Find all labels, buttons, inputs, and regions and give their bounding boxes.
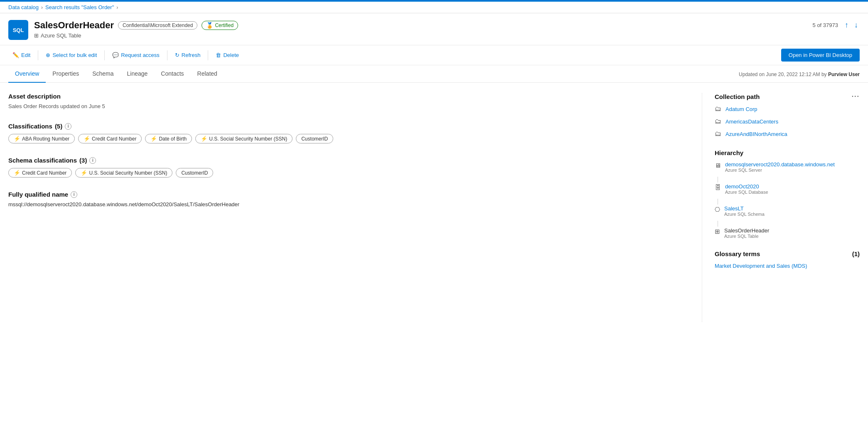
- table-icon: ⊞: [34, 32, 39, 39]
- tab-schema[interactable]: Schema: [86, 65, 120, 83]
- collection-item-1: 🗂 Adatum Corp: [715, 105, 860, 113]
- tag-dob: ⚡ Date of Birth: [145, 134, 192, 143]
- asset-description-title: Asset description: [8, 93, 685, 100]
- request-access-icon: 💬: [112, 52, 119, 58]
- collection-link-3[interactable]: AzureAndBINorthAmerica: [725, 131, 787, 137]
- database-icon: 🗄: [715, 184, 721, 191]
- toolbar-sep-1: [38, 50, 38, 60]
- tag-label: CustomerID: [301, 136, 328, 142]
- toolbar: ✏️ Edit ⊕ Select for bulk edit 💬 Request…: [0, 45, 868, 65]
- asset-subtitle: ⊞ Azure SQL Table: [34, 32, 238, 39]
- table-icon: ⊞: [715, 228, 720, 235]
- glossary-link-1[interactable]: Market Development and Sales (MDS): [715, 263, 807, 269]
- schema-classifications-info-icon[interactable]: i: [89, 157, 96, 164]
- bolt-icon: ⚡: [150, 136, 157, 142]
- request-access-button[interactable]: 💬 Request access: [108, 50, 164, 60]
- classifications-info-icon[interactable]: i: [65, 123, 71, 130]
- fully-qualified-title: Fully qualified name i: [8, 191, 685, 198]
- refresh-button[interactable]: ↻ Refresh: [171, 50, 205, 60]
- breadcrumb-sep-2: ›: [116, 5, 118, 10]
- fully-qualified-info-icon[interactable]: i: [71, 191, 77, 198]
- refresh-icon: ↻: [175, 52, 180, 58]
- content-left: Asset description Sales Order Records up…: [8, 93, 702, 322]
- classifications-section: Classifications (5) i ⚡ ABA Routing Numb…: [8, 123, 685, 143]
- tag-label: U.S. Social Security Number (SSN): [209, 136, 287, 142]
- schema-tag-credit-card: ⚡ Credit Card Number: [8, 168, 72, 178]
- schema-classifications-section: Schema classifications (3) i ⚡ Credit Ca…: [8, 157, 685, 178]
- hierarchy-schema-link[interactable]: SalesLT: [724, 205, 765, 212]
- collection-item-3: 🗂 AzureAndBINorthAmerica: [715, 130, 860, 138]
- collection-path-more-button[interactable]: ···: [852, 93, 860, 100]
- collection-link-2[interactable]: AmericasDataCenters: [725, 118, 778, 125]
- classifications-tags: ⚡ ABA Routing Number ⚡ Credit Card Numbe…: [8, 134, 685, 143]
- bolt-icon: ⚡: [84, 136, 90, 142]
- nav-position: 5 of 37973: [813, 22, 838, 28]
- collection-path-title: Collection path ···: [715, 93, 860, 100]
- tag-label: Date of Birth: [159, 136, 187, 142]
- fully-qualified-section: Fully qualified name i mssql://demosqlse…: [8, 191, 685, 207]
- nav-down-button[interactable]: ↓: [853, 20, 860, 30]
- hierarchy-item-table: ⊞ SalesOrderHeader Azure SQL Table: [715, 227, 860, 239]
- tabs: Overview Properties Schema Lineage Conta…: [8, 65, 224, 82]
- asset-header: SQL SalesOrderHeader Confidential\Micros…: [0, 13, 868, 45]
- hierarchy-server-link[interactable]: demosqlserveroct2020.database.windows.ne…: [725, 161, 835, 168]
- collection-path-section: Collection path ··· 🗂 Adatum Corp 🗂 Amer…: [715, 93, 860, 138]
- schema-icon: ⎔: [715, 206, 720, 213]
- collection-icon-3: 🗂: [715, 130, 721, 138]
- nav-up-button[interactable]: ↑: [843, 20, 850, 30]
- collection-icon-2: 🗂: [715, 118, 721, 125]
- tag-label: ABA Routing Number: [22, 136, 69, 142]
- confidential-badge: Confidential\Microsoft Extended: [118, 21, 197, 30]
- hierarchy-server-sub: Azure SQL Server: [725, 168, 835, 173]
- hierarchy-item-schema: ⎔ SalesLT Azure SQL Schema: [715, 205, 860, 217]
- toolbar-sep-3: [167, 50, 167, 60]
- toolbar-right: Open in Power BI Desktop: [781, 49, 860, 62]
- asset-description-text: Sales Order Records updated on June 5: [8, 103, 685, 109]
- hierarchy-item-database: 🗄 demoOct2020 Azure SQL Database: [715, 183, 860, 195]
- tag-customerid: CustomerID: [296, 134, 333, 143]
- header-title-row: SalesOrderHeader Confidential\Microsoft …: [34, 20, 238, 31]
- schema-tag-customerid: CustomerID: [176, 168, 213, 178]
- fully-qualified-value: mssql://demosqlserveroct2020.database.wi…: [8, 201, 685, 207]
- tag-aba: ⚡ ABA Routing Number: [8, 134, 75, 143]
- schema-classifications-title: Schema classifications (3) i: [8, 157, 685, 164]
- schema-classifications-tags: ⚡ Credit Card Number ⚡ U.S. Social Secur…: [8, 168, 685, 178]
- hierarchy-database-sub: Azure SQL Database: [725, 190, 768, 195]
- toolbar-sep-2: [104, 50, 105, 60]
- hierarchy-connector-3: [718, 221, 718, 227]
- hierarchy-connector-1: [718, 177, 718, 183]
- tag-ssn: ⚡ U.S. Social Security Number (SSN): [195, 134, 293, 143]
- asset-type-icon: SQL: [8, 20, 28, 40]
- breadcrumb-search-results[interactable]: Search results "Sales Order": [45, 4, 114, 10]
- bulk-edit-icon: ⊕: [46, 52, 50, 58]
- asset-description-section: Asset description Sales Order Records up…: [8, 93, 685, 109]
- glossary-title: Glossary terms (1): [715, 250, 860, 257]
- tag-label: U.S. Social Security Number (SSN): [89, 170, 167, 176]
- delete-button[interactable]: 🗑 Delete: [211, 50, 243, 60]
- collection-link-1[interactable]: Adatum Corp: [725, 106, 757, 112]
- main-content: Asset description Sales Order Records up…: [0, 83, 868, 332]
- asset-title: SalesOrderHeader: [34, 20, 114, 31]
- updated-by: Purview User: [828, 72, 860, 77]
- classifications-title: Classifications (5) i: [8, 123, 685, 130]
- hierarchy-table-content: SalesOrderHeader Azure SQL Table: [724, 227, 769, 239]
- hierarchy-table-sub: Azure SQL Table: [724, 234, 769, 239]
- tab-properties[interactable]: Properties: [46, 65, 86, 83]
- nav-arrows: ↑ ↓: [843, 20, 860, 30]
- hierarchy-database-link[interactable]: demoOct2020: [725, 183, 768, 190]
- hierarchy-connector-2: [718, 199, 718, 205]
- edit-button[interactable]: ✏️ Edit: [8, 50, 34, 60]
- breadcrumb-data-catalog[interactable]: Data catalog: [8, 4, 39, 10]
- tag-credit-card: ⚡ Credit Card Number: [78, 134, 142, 143]
- open-powerbi-button[interactable]: Open in Power BI Desktop: [781, 49, 860, 62]
- edit-icon: ✏️: [12, 52, 19, 58]
- tag-label: CustomerID: [181, 170, 208, 176]
- bolt-icon: ⚡: [201, 136, 207, 142]
- hierarchy-table-name: SalesOrderHeader: [724, 227, 769, 234]
- tab-lineage[interactable]: Lineage: [120, 65, 155, 83]
- bulk-edit-button[interactable]: ⊕ Select for bulk edit: [42, 50, 101, 60]
- breadcrumb: Data catalog › Search results "Sales Ord…: [0, 2, 868, 13]
- tab-related[interactable]: Related: [191, 65, 224, 83]
- tab-overview[interactable]: Overview: [8, 65, 46, 83]
- tab-contacts[interactable]: Contacts: [154, 65, 190, 83]
